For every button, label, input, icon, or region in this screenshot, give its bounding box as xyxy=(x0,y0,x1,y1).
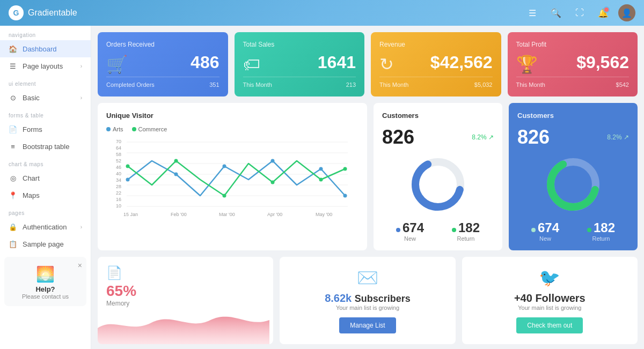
logo-icon: G xyxy=(9,5,24,20)
svg-point-23 xyxy=(343,194,347,198)
sidebar-item-authentication[interactable]: 🔒 Authentication › xyxy=(0,218,91,235)
basic-icon: ⊙ xyxy=(9,93,17,102)
menu-icon[interactable]: ☰ xyxy=(524,4,541,21)
stat-card-profit: Total Profit 🏆 $9,562 This Month $542 xyxy=(508,32,638,96)
help-close-button[interactable]: × xyxy=(78,261,82,270)
stat-card-orders: Orders Received 🛒 486 Completed Orders 3… xyxy=(98,32,228,96)
revenue-icon: ↻ xyxy=(379,54,394,75)
bottom-row: 📄 65% Memory ✉️ 8.62k xyxy=(98,257,638,344)
customers-title: Customers xyxy=(382,112,494,120)
stat-card-revenue: Revenue ↻ $42,562 This Month $5,032 xyxy=(371,32,501,96)
svg-point-21 xyxy=(271,159,275,163)
svg-text:10: 10 xyxy=(116,203,121,209)
stat-card-sales: Total Sales 🏷 1641 This Month 213 xyxy=(235,32,365,96)
charts-section-label: chart & maps xyxy=(0,155,91,169)
customers-stats: 674 New 182 Return xyxy=(382,220,494,242)
followers-count: +40 Followers xyxy=(514,292,586,305)
maps-icon: 📍 xyxy=(9,191,17,199)
customers-growth: 8.2% ↗ xyxy=(472,133,494,141)
stat-card-title: Total Sales xyxy=(243,41,356,48)
svg-point-18 xyxy=(126,178,130,182)
sidebar-item-label: Forms xyxy=(23,125,42,133)
logo[interactable]: G Gradientable xyxy=(9,5,77,20)
stat-card-value: $9,562 xyxy=(576,53,629,72)
auth-icon: 🔒 xyxy=(9,222,17,231)
svg-point-25 xyxy=(174,159,178,163)
sidebar-item-basic[interactable]: ⊙ Basic › xyxy=(0,89,91,106)
svg-text:70: 70 xyxy=(116,139,121,144)
stat-footer-label: Completed Orders xyxy=(106,81,155,88)
sidebar-item-label: Page layouts xyxy=(23,62,63,70)
check-them-out-button[interactable]: Check them out xyxy=(516,317,583,333)
svg-point-26 xyxy=(223,194,226,198)
svg-point-28 xyxy=(319,178,323,182)
subscribers-count: 8.62k Subscribers xyxy=(325,292,411,305)
sidebar-item-dashboard[interactable]: 🏠 Dashboard xyxy=(0,40,91,57)
dashboard-icon: 🏠 xyxy=(9,44,17,53)
customers-card-blue: Customers 826 8.2% ↗ 674 New xyxy=(509,103,638,250)
sidebar-item-forms[interactable]: 📄 Forms xyxy=(0,121,91,138)
arrow-icon: › xyxy=(80,63,82,69)
avatar[interactable]: 👤 xyxy=(618,4,635,21)
customers-card: Customers 826 8.2% ↗ 674 New xyxy=(374,103,502,250)
forms-icon: 📄 xyxy=(9,125,17,133)
manage-list-button[interactable]: Manage List xyxy=(339,317,396,333)
arrow-icon: › xyxy=(80,95,82,101)
profit-icon: 🏆 xyxy=(516,54,538,75)
svg-text:34: 34 xyxy=(116,177,121,183)
memory-card: 📄 65% Memory xyxy=(98,257,273,344)
sidebar-item-sample[interactable]: 📋 Sample page xyxy=(0,235,91,253)
stat-card-title: Total Profit xyxy=(516,41,630,48)
help-icon: 🌅 xyxy=(11,265,80,283)
sidebar-item-maps[interactable]: 📍 Maps xyxy=(0,187,91,204)
customers-blue-growth: 8.2% ↗ xyxy=(607,133,629,141)
search-icon[interactable]: 🔍 xyxy=(547,4,565,21)
customers-count: 826 xyxy=(382,126,414,148)
sidebar-item-label: Bootstrap table xyxy=(23,143,69,151)
expand-icon[interactable]: ⛶ xyxy=(571,4,588,21)
sidebar: navigation 🏠 Dashboard ☰ Page layouts › … xyxy=(0,26,91,349)
sidebar-item-bootstrap-table[interactable]: ≡ Bootstrap table xyxy=(0,138,91,155)
sidebar-item-page-layouts[interactable]: ☰ Page layouts › xyxy=(0,57,91,75)
svg-point-22 xyxy=(319,167,323,171)
subscribers-card: ✉️ 8.62k Subscribers Your main list is g… xyxy=(280,257,455,344)
sidebar-item-chart[interactable]: ◎ Chart xyxy=(0,169,91,187)
help-subtitle: Please contact us xyxy=(11,293,80,300)
svg-text:May '00: May '00 xyxy=(316,212,332,217)
customers-donut xyxy=(382,155,494,214)
visitor-chart-svg: 70 64 58 52 46 40 34 28 22 16 10 xyxy=(106,137,358,217)
email-icon: ✉️ xyxy=(357,268,378,288)
tag-icon: 🏷 xyxy=(243,55,260,75)
memory-wave-svg xyxy=(98,301,269,344)
sidebar-item-label: Sample page xyxy=(23,240,64,248)
svg-text:52: 52 xyxy=(116,158,121,164)
svg-point-27 xyxy=(271,181,275,184)
sidebar-item-label: Authentication xyxy=(23,223,67,231)
customers-blue-donut xyxy=(517,155,629,214)
svg-text:15 Jan: 15 Jan xyxy=(123,212,138,217)
stat-footer-value: 351 xyxy=(209,81,219,88)
help-box: × 🌅 Help? Please contact us xyxy=(4,257,86,306)
chart-icon: ◎ xyxy=(9,174,17,182)
stat-cards-row: Orders Received 🛒 486 Completed Orders 3… xyxy=(98,32,638,96)
main-content: Orders Received 🛒 486 Completed Orders 3… xyxy=(91,26,644,349)
customers-blue-title: Customers xyxy=(517,112,629,120)
stat-footer-value: 213 xyxy=(346,81,356,88)
nav-section-label: navigation xyxy=(0,26,91,40)
svg-point-24 xyxy=(126,165,130,168)
svg-point-19 xyxy=(174,173,178,176)
notification-icon[interactable]: 🔔 xyxy=(595,4,612,21)
memory-pct: 65% xyxy=(106,283,265,300)
table-icon: ≡ xyxy=(9,142,17,151)
stat-footer-label: This Month xyxy=(379,81,408,88)
stat-card-value: 1641 xyxy=(318,53,356,72)
header: G Gradientable ☰ 🔍 ⛶ 🔔 👤 xyxy=(0,0,644,26)
svg-text:58: 58 xyxy=(116,152,121,157)
sidebar-item-label: Maps xyxy=(23,191,40,199)
logo-text: Gradientable xyxy=(28,8,77,18)
help-title: Help? xyxy=(11,285,80,293)
stat-card-title: Revenue xyxy=(379,41,493,48)
svg-text:22: 22 xyxy=(116,190,121,196)
chart-legend: Arts Commerce xyxy=(106,126,358,132)
layouts-icon: ☰ xyxy=(9,62,17,70)
